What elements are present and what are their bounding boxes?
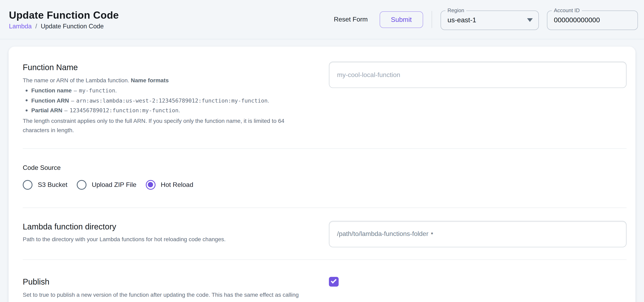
function-name-desc-bold: Name formats <box>131 77 169 84</box>
radio-icon <box>23 180 32 189</box>
page-title: Update Function Code <box>9 9 119 21</box>
function-name-input-col <box>311 62 626 135</box>
radio-icon <box>77 180 86 189</box>
publish-info: Publish Set to true to publish a new ver… <box>23 276 311 302</box>
function-name-heading: Function Name <box>23 62 311 73</box>
breadcrumb-current: Update Function Code <box>41 22 104 30</box>
function-name-desc-footer: The length constraint applies only to th… <box>23 117 284 133</box>
function-name-description: The name or ARN of the Lambda function. … <box>23 76 311 135</box>
directory-input[interactable]: /path/to/lambda-functions-folder * <box>329 221 626 247</box>
radio-option-s3-bucket[interactable]: S3 Bucket <box>23 180 68 189</box>
section-code-source: Code Source S3 Bucket Upload ZIP File Ho… <box>23 149 626 207</box>
submit-button[interactable]: Submit <box>380 11 423 28</box>
radio-dot <box>148 182 153 187</box>
list-item: Function ARN – arn:aws:lambda:us-west-2:… <box>26 95 311 105</box>
section-publish: Publish Set to true to publish a new ver… <box>23 260 626 302</box>
publish-checkbox[interactable] <box>329 277 339 286</box>
code-source-radio-group: S3 Bucket Upload ZIP File Hot Reload <box>23 180 626 189</box>
publish-description: Set to true to publish a new version of … <box>23 290 311 302</box>
form-card: Function Name The name or ARN of the Lam… <box>8 47 636 302</box>
header-actions: Reset Form Submit Region us-east-1 Accou… <box>329 9 638 30</box>
radio-selected-icon <box>146 180 156 189</box>
account-id-field: Account ID <box>547 10 638 30</box>
function-name-info: Function Name The name or ARN of the Lam… <box>23 62 311 135</box>
app-root: Update Function Code Lambda / Update Fun… <box>0 0 644 302</box>
breadcrumb: Lambda / Update Function Code <box>9 22 119 30</box>
chevron-down-icon <box>527 18 533 22</box>
check-icon <box>330 278 336 284</box>
publish-checkbox-col <box>311 276 626 302</box>
directory-info: Lambda function directory Path to the di… <box>23 221 311 247</box>
list-item: Function name – my-function . <box>26 86 311 95</box>
directory-input-col: /path/to/lambda-functions-folder * <box>311 221 626 247</box>
region-value: us-east-1 <box>448 16 476 24</box>
header-title-block: Update Function Code Lambda / Update Fun… <box>9 9 119 30</box>
directory-heading: Lambda function directory <box>23 221 311 232</box>
page-header: Update Function Code Lambda / Update Fun… <box>0 0 644 39</box>
account-id-input[interactable] <box>554 16 635 24</box>
reset-form-button[interactable]: Reset Form <box>329 12 372 27</box>
function-name-input[interactable] <box>329 62 626 88</box>
publish-heading: Publish <box>23 276 311 287</box>
directory-placeholder: /path/to/lambda-functions-folder <box>337 230 428 238</box>
function-name-desc-intro: The name or ARN of the Lambda function. <box>23 77 131 84</box>
region-label: Region <box>446 7 466 13</box>
header-divider <box>432 11 432 28</box>
page-content: Function Name The name or ARN of the Lam… <box>0 39 644 302</box>
account-id-label: Account ID <box>552 7 582 13</box>
directory-description: Path to the directory with your Lambda f… <box>23 235 311 244</box>
breadcrumb-link-lambda[interactable]: Lambda <box>9 22 32 30</box>
breadcrumb-separator: / <box>35 22 37 30</box>
section-function-name: Function Name The name or ARN of the Lam… <box>23 47 626 148</box>
list-item: Partial ARN – 123456789012:function:my-f… <box>26 105 311 115</box>
required-asterisk: * <box>431 230 433 237</box>
region-select[interactable]: Region us-east-1 <box>440 10 539 30</box>
code-source-heading: Code Source <box>23 163 626 172</box>
section-directory: Lambda function directory Path to the di… <box>23 208 626 259</box>
radio-option-upload-zip[interactable]: Upload ZIP File <box>77 180 136 189</box>
name-format-list: Function name – my-function . Function A… <box>23 86 311 115</box>
radio-option-hot-reload[interactable]: Hot Reload <box>146 180 193 189</box>
